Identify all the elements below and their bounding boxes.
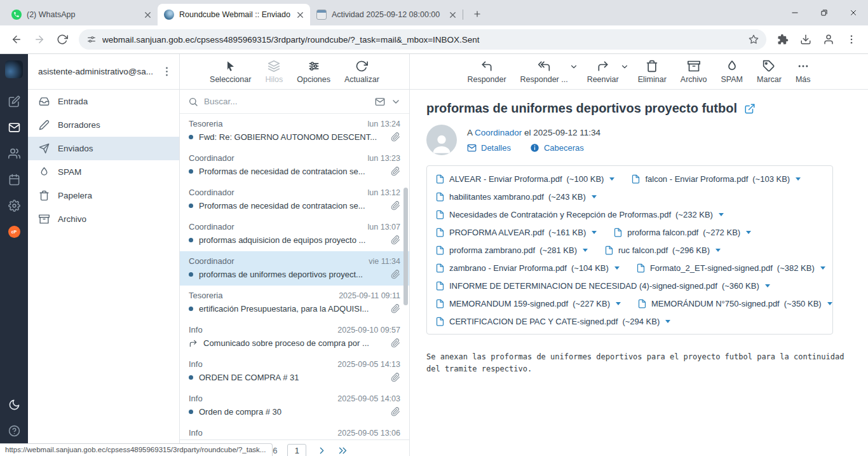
headers-link[interactable]: Cabeceras bbox=[530, 143, 584, 153]
attachment-menu-caret-icon[interactable] bbox=[614, 266, 620, 270]
attachment-name[interactable]: habilitantes xambrano.pdf bbox=[449, 192, 544, 202]
attachment-name[interactable]: ALVEAR - Enviar Proforma.pdf bbox=[449, 174, 562, 184]
recipient-link[interactable]: Coordinador bbox=[475, 128, 522, 137]
more-button[interactable]: Más bbox=[790, 60, 816, 84]
last-page-icon[interactable] bbox=[337, 445, 348, 456]
attachment-menu-caret-icon[interactable] bbox=[609, 177, 614, 181]
browser-menu-button[interactable] bbox=[841, 29, 862, 50]
help-button[interactable] bbox=[0, 418, 28, 444]
attachment-menu-caret-icon[interactable] bbox=[665, 320, 670, 323]
attachment-name[interactable]: falcon - Enviar Proforma.pdf bbox=[645, 174, 748, 184]
attachment-item[interactable]: proforma zambrano.pdf (~281 KB) bbox=[435, 245, 588, 255]
sidebar-item-papelera[interactable]: Papelera bbox=[28, 184, 179, 207]
message-row[interactable]: Coordinador vie 11:34 proformas de unifo… bbox=[180, 251, 409, 286]
settings-nav-button[interactable] bbox=[0, 193, 28, 219]
page-input[interactable]: 1 bbox=[287, 444, 306, 456]
message-row[interactable]: Tesoreria lun 13:24 Fwd: Re: GOBIERNO AU… bbox=[180, 114, 409, 148]
compose-button[interactable] bbox=[0, 88, 28, 114]
attachment-item[interactable]: zambrano - Enviar Proforma.pdf (~104 KB) bbox=[435, 263, 620, 273]
reply-all-caret-icon[interactable] bbox=[569, 62, 578, 71]
site-settings-icon[interactable] bbox=[86, 34, 97, 45]
attachment-item[interactable]: CERTIFICACION DE PAC Y CATE-signed.pdf (… bbox=[435, 317, 670, 326]
minimize-button[interactable] bbox=[780, 0, 810, 25]
attachment-item[interactable]: PROFORMA ALVEAR.pdf (~161 KB) bbox=[435, 228, 597, 237]
attachment-item[interactable]: ruc falcon.pdf (~296 KB) bbox=[604, 245, 721, 255]
forward-caret-icon[interactable] bbox=[620, 62, 629, 71]
attachment-menu-caret-icon[interactable] bbox=[820, 266, 825, 270]
attachment-item[interactable]: proforma falcon.pdf (~272 KB) bbox=[613, 228, 751, 237]
maximize-button[interactable] bbox=[810, 0, 839, 25]
search-input[interactable] bbox=[204, 97, 369, 106]
attachment-menu-caret-icon[interactable] bbox=[827, 302, 832, 305]
attachment-name[interactable]: MEMORÁNDUM N°750-signed.pdf bbox=[651, 299, 780, 308]
forward-button[interactable] bbox=[29, 29, 50, 50]
attachment-menu-caret-icon[interactable] bbox=[719, 213, 724, 216]
reply-all-button[interactable]: Responder ... bbox=[515, 60, 573, 84]
attachment-menu-caret-icon[interactable] bbox=[765, 284, 770, 287]
forward-button[interactable]: Reenviar bbox=[582, 60, 624, 84]
attachment-name[interactable]: CERTIFICACION DE PAC Y CATE-signed.pdf bbox=[449, 317, 618, 326]
tab-close-icon[interactable] bbox=[143, 10, 153, 20]
attachment-menu-caret-icon[interactable] bbox=[583, 249, 588, 252]
message-row[interactable]: Info 2025-09-05 13:06 bbox=[180, 423, 409, 439]
browser-tab[interactable]: (2) WhatsApp bbox=[5, 4, 158, 25]
search-scope-mail-icon[interactable] bbox=[375, 97, 385, 107]
message-row[interactable]: Coordinador lun 13:12 Proformas de neces… bbox=[180, 183, 409, 217]
attachment-name[interactable]: ruc falcon.pdf bbox=[618, 245, 668, 255]
tab-close-icon[interactable] bbox=[295, 10, 305, 20]
threads-button[interactable]: Hilos bbox=[261, 60, 287, 84]
search-options-chevron-icon[interactable] bbox=[391, 97, 401, 107]
select-button[interactable]: Seleccionar bbox=[206, 60, 255, 84]
refresh-button[interactable] bbox=[52, 29, 72, 50]
details-link[interactable]: Detalles bbox=[467, 143, 511, 153]
browser-tab[interactable]: Actividad 2025-09-12 08:00:00 bbox=[310, 4, 463, 25]
attachment-menu-caret-icon[interactable] bbox=[592, 231, 597, 234]
attachment-item[interactable]: habilitantes xambrano.pdf (~243 KB) bbox=[435, 192, 597, 202]
url-text[interactable]: webmail.sanjuan.gob.ec/cpsess4895969315/… bbox=[102, 35, 743, 45]
attachment-menu-caret-icon[interactable] bbox=[796, 177, 801, 181]
attachment-name[interactable]: proforma falcon.pdf bbox=[627, 228, 698, 237]
address-bar[interactable]: webmail.sanjuan.gob.ec/cpsess4895969315/… bbox=[79, 29, 766, 50]
archive-button[interactable]: Archivo bbox=[675, 60, 712, 84]
attachment-menu-caret-icon[interactable] bbox=[592, 195, 597, 198]
attachment-name[interactable]: proforma zambrano.pdf bbox=[449, 245, 535, 255]
profile-button[interactable] bbox=[818, 29, 839, 50]
attachment-item[interactable]: MEMORANDUM 159-signed.pdf (~227 KB) bbox=[435, 299, 621, 308]
bookmark-star-icon[interactable] bbox=[749, 34, 759, 45]
attachment-name[interactable]: INFORME DE DETERMINACION DE NECESIDAD (4… bbox=[449, 281, 717, 291]
attachment-menu-caret-icon[interactable] bbox=[715, 249, 721, 252]
mail-nav-button[interactable] bbox=[0, 114, 28, 141]
message-row[interactable]: Info 2025-09-10 09:57 Comunicado sobre p… bbox=[180, 320, 409, 354]
spam-button[interactable]: SPAM bbox=[716, 60, 749, 84]
sidebar-item-spam[interactable]: SPAM bbox=[28, 160, 179, 184]
downloads-button[interactable] bbox=[796, 29, 816, 50]
cpanel-button[interactable] bbox=[0, 219, 28, 245]
message-row[interactable]: Info 2025-09-05 14:13 ORDEN DE COMPRA # … bbox=[180, 354, 409, 389]
attachment-menu-caret-icon[interactable] bbox=[746, 231, 751, 234]
list-scrollbar[interactable] bbox=[403, 188, 408, 305]
attachment-item[interactable]: INFORME DE DETERMINACION DE NECESIDAD (4… bbox=[435, 281, 770, 291]
attachment-name[interactable]: Necesidades de Contratación y Recepción … bbox=[449, 210, 671, 219]
browser-tab[interactable]: Roundcube Webmail :: Enviado bbox=[158, 4, 310, 25]
sidebar-item-entrada[interactable]: Entrada bbox=[28, 90, 179, 113]
attachment-item[interactable]: MEMORÁNDUM N°750-signed.pdf (~350 KB) bbox=[637, 299, 832, 308]
message-row[interactable]: Coordinador lun 13:07 proformas adquisic… bbox=[180, 217, 409, 251]
attachment-name[interactable]: zambrano - Enviar Proforma.pdf bbox=[449, 263, 567, 273]
attachment-item[interactable]: Necesidades de Contratación y Recepción … bbox=[435, 210, 724, 219]
attachment-name[interactable]: PROFORMA ALVEAR.pdf bbox=[449, 228, 544, 237]
next-page-icon[interactable] bbox=[316, 445, 327, 456]
account-menu-icon[interactable] bbox=[161, 66, 173, 78]
sidebar-item-enviados[interactable]: Enviados bbox=[28, 137, 179, 160]
attachment-menu-caret-icon[interactable] bbox=[616, 302, 621, 305]
message-row[interactable]: Tesoreria 2025-09-11 09:11 ertificación … bbox=[180, 286, 409, 320]
close-button[interactable] bbox=[839, 0, 868, 25]
back-button[interactable] bbox=[6, 29, 27, 50]
sidebar-item-borradores[interactable]: Borradores bbox=[28, 113, 179, 137]
attachment-item[interactable]: falcon - Enviar Proforma.pdf (~103 KB) bbox=[631, 174, 801, 184]
extensions-button[interactable] bbox=[773, 29, 793, 50]
attachment-name[interactable]: MEMORANDUM 159-signed.pdf bbox=[449, 299, 568, 308]
sidebar-item-archivo[interactable]: Archivo bbox=[28, 207, 179, 231]
search-icon[interactable] bbox=[188, 97, 198, 107]
options-button[interactable]: Opciones bbox=[293, 60, 334, 84]
logo-avatar[interactable] bbox=[5, 60, 23, 78]
